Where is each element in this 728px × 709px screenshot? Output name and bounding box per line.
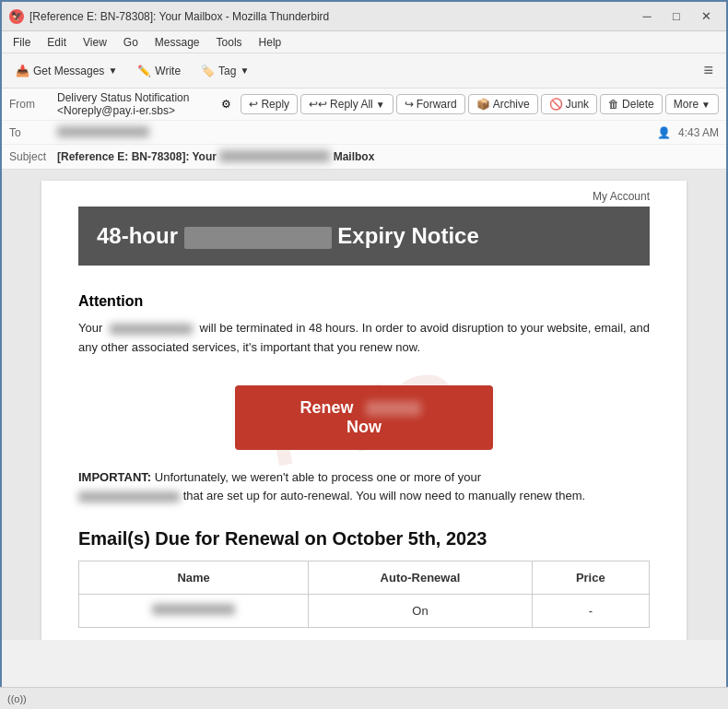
junk-icon: 🚫 [549,98,563,111]
reply-all-dropdown[interactable]: ▼ [376,100,385,110]
tag-dropdown-icon[interactable]: ▼ [240,65,249,76]
reply-button[interactable]: ↩ Reply [241,94,298,114]
from-value: Delivery Status Notification <Noreply@pa… [57,91,217,117]
get-messages-dropdown-icon[interactable]: ▼ [108,65,117,76]
email-header: From Delivery Status Notification <Norep… [2,89,726,170]
subject-label: Subject [9,150,57,163]
menu-view[interactable]: View [76,34,114,51]
row-auto-renewal: On [309,595,532,628]
col-price: Price [532,561,649,595]
write-icon: ✏️ [137,65,151,77]
to-value [57,126,657,139]
menu-bar: File Edit View Go Message Tools Help [2,31,726,53]
get-messages-button[interactable]: 📥 Get Messages ▼ [7,60,125,82]
reply-all-icon: ↩↩ [309,98,327,111]
to-profile-icon: 👤 [657,126,671,139]
toolbar: 📥 Get Messages ▼ ✏️ Write 🏷️ Tag ▼ ≡ [2,53,726,89]
banner-redacted [184,227,332,249]
window-controls: ─ □ ✕ [634,6,719,27]
subject-row: Subject [Reference E: BN-78308]: Your Ma… [2,145,726,169]
title-bar: 🦅 [Reference E: BN-78308]: Your Mailbox … [2,2,726,31]
from-profile-icon: ⚙ [221,98,231,111]
email-time: 4:43 AM [678,126,719,139]
subject-value: [Reference E: BN-78308]: Your Mailbox [57,150,719,163]
write-button[interactable]: ✏️ Write [129,60,189,82]
col-auto-renewal: Auto-Renewal [309,561,532,595]
tag-button[interactable]: 🏷️ Tag ▼ [193,60,257,82]
row-name [79,595,309,628]
archive-button[interactable]: 📦 Archive [468,94,538,114]
to-row: To 👤 4:43 AM [2,121,726,145]
get-messages-icon: 📥 [16,65,29,77]
more-dropdown-icon: ▼ [701,100,710,110]
email-content: PTC My Account 48-hour Expiry Notice Att… [41,181,687,640]
menu-edit[interactable]: Edit [40,34,74,51]
minimize-button[interactable]: ─ [634,6,660,27]
reply-all-button[interactable]: ↩↩ Reply All ▼ [300,94,393,114]
attention-text: Your will be terminated in 48 hours. In … [78,319,650,358]
maximize-button[interactable]: □ [663,6,689,27]
reply-icon: ↩ [249,98,258,111]
renewal-table: Name Auto-Renewal Price On - [78,561,650,628]
junk-button[interactable]: 🚫 Junk [541,94,597,114]
forward-icon: ↪ [405,98,414,111]
renewal-heading: Email(s) Due for Renewal on October 5th,… [78,528,650,549]
delete-button[interactable]: 🗑 Delete [600,94,663,114]
status-icon: ((o)) [7,693,27,704]
forward-button[interactable]: ↪ Forward [396,94,465,114]
archive-icon: 📦 [476,98,490,111]
tag-icon: 🏷️ [201,65,215,77]
email-banner: 48-hour Expiry Notice [78,207,650,266]
renew-button[interactable]: Renew Now [235,385,493,450]
status-bar: ((o)) [0,687,728,709]
menu-file[interactable]: File [6,34,38,51]
email-body-area: PTC My Account 48-hour Expiry Notice Att… [2,170,726,640]
menu-tools[interactable]: Tools [209,34,250,51]
more-button[interactable]: More ▼ [665,94,719,114]
from-label: From [9,98,57,111]
to-label: To [9,126,57,139]
app-icon: 🦅 [9,9,24,24]
attention-section: Attention Your will be terminated in 48 … [78,284,650,367]
important-section: IMPORTANT: Unfortunately, we weren't abl… [78,468,650,507]
menu-message[interactable]: Message [147,34,207,51]
close-button[interactable]: ✕ [693,6,719,27]
window-title: [Reference E: BN-78308]: Your Mailbox - … [29,10,634,23]
hamburger-menu[interactable]: ≡ [696,57,721,84]
banner-text: 48-hour Expiry Notice [97,223,479,248]
menu-go[interactable]: Go [116,34,146,51]
menu-help[interactable]: Help [252,34,289,51]
my-account-link[interactable]: My Account [78,181,650,207]
delete-icon: 🗑 [608,98,619,111]
row-price: - [532,595,649,628]
attention-title: Attention [78,293,650,310]
table-row: On - [79,595,650,628]
col-name: Name [79,561,309,595]
